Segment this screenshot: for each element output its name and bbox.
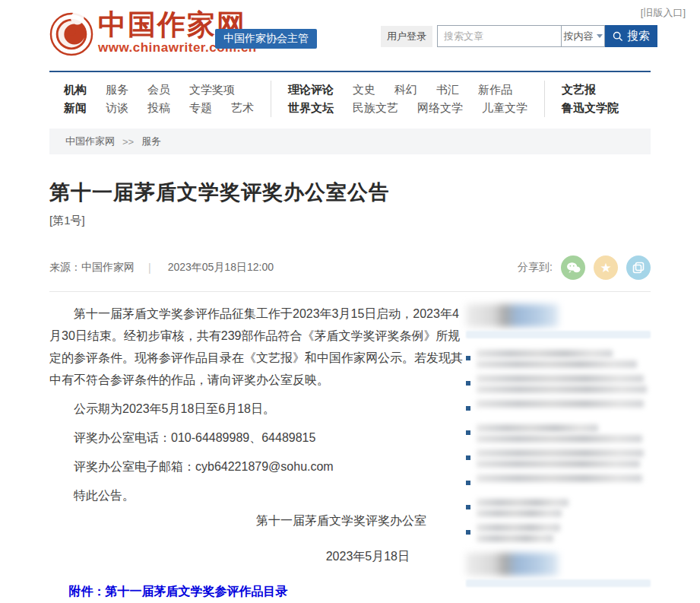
blurred-text-line bbox=[477, 524, 560, 532]
nav-item[interactable]: 访谈 bbox=[106, 99, 128, 117]
sidebar-item-blurred[interactable] bbox=[466, 474, 651, 492]
nav-item[interactable]: 书汇 bbox=[436, 81, 459, 99]
blurred-text-line bbox=[477, 360, 637, 368]
chevron-down-icon bbox=[597, 34, 603, 38]
nav-group-2: 文艺报鲁迅文学院 bbox=[544, 81, 635, 117]
blurred-text-line bbox=[477, 474, 642, 482]
search-bar: 用户登录 按内容 搜索 bbox=[381, 25, 657, 47]
page: 中国作家网 www.chinawriter.com.cn 中国作家协会主管 [旧… bbox=[0, 0, 700, 603]
nav-item[interactable]: 新作品 bbox=[478, 81, 512, 99]
nav-row: 世界文坛民族文艺网络文学儿童文学 bbox=[288, 99, 527, 117]
sidebar-item-blurred[interactable] bbox=[466, 449, 651, 468]
blurred-text-line bbox=[477, 499, 569, 506]
nav-item[interactable]: 投稿 bbox=[147, 99, 170, 117]
search-icon bbox=[613, 31, 623, 42]
search-button[interactable]: 搜索 bbox=[605, 25, 657, 47]
nav-item[interactable]: 机构 bbox=[64, 81, 87, 99]
nav-item[interactable]: 专题 bbox=[189, 99, 212, 117]
blurred-text-line bbox=[477, 460, 640, 468]
related-sidebar bbox=[466, 303, 651, 600]
breadcrumb-separator: >> bbox=[122, 136, 134, 148]
blurred-text-line bbox=[477, 535, 553, 542]
search-input[interactable] bbox=[437, 25, 561, 47]
nav-item[interactable]: 理论评论 bbox=[288, 81, 334, 99]
content-area: 第十一届茅盾文学奖参评作品征集工作于2023年3月15日启动，2023年4月30… bbox=[49, 303, 651, 600]
article-datetime: 2023年05月18日12:00 bbox=[168, 261, 274, 275]
nav-item[interactable]: 艺术 bbox=[231, 99, 254, 117]
share-bar: 分享到: ★ bbox=[518, 255, 651, 280]
main-nav: 机构服务会员文学奖项新闻访谈投稿专题艺术理论评论文史科幻书汇新作品世界文坛民族文… bbox=[49, 72, 651, 124]
article-sign-date: 2023年5月18日 bbox=[49, 549, 466, 565]
article-title: 第十一届茅盾文学奖评奖办公室公告 bbox=[49, 179, 651, 206]
nav-item[interactable]: 文学奖项 bbox=[189, 81, 235, 99]
user-login-button[interactable]: 用户登录 bbox=[381, 26, 432, 47]
blurred-text-line bbox=[477, 375, 644, 382]
breadcrumb-site[interactable]: 中国作家网 bbox=[65, 135, 115, 148]
blurred-text-line bbox=[477, 400, 644, 408]
article-paragraph: 第十一届茅盾文学奖参评作品征集工作于2023年3月15日启动，2023年4月30… bbox=[49, 303, 466, 391]
nav-item[interactable]: 新闻 bbox=[64, 99, 87, 117]
copy-share-button[interactable] bbox=[626, 255, 651, 280]
sidebar-item-blurred[interactable] bbox=[466, 400, 651, 417]
wechat-icon bbox=[566, 262, 581, 274]
site-header: 中国作家网 www.chinawriter.com.cn 中国作家协会主管 [旧… bbox=[49, 0, 651, 72]
sidebar-item-blurred[interactable] bbox=[466, 499, 651, 517]
nav-item[interactable]: 文艺报 bbox=[562, 81, 596, 99]
nav-group-0: 机构服务会员文学奖项新闻访谈投稿专题艺术 bbox=[49, 81, 271, 117]
search-button-label: 搜索 bbox=[627, 29, 650, 43]
nav-item[interactable]: 文史 bbox=[353, 81, 375, 99]
blurred-text-line bbox=[477, 350, 613, 357]
sidebar-item-blurred[interactable] bbox=[466, 375, 651, 393]
nav-row: 理论评论文史科幻书汇新作品 bbox=[288, 81, 527, 99]
nav-row: 文艺报 bbox=[562, 81, 619, 99]
breadcrumb: 中国作家网 >> 服务 bbox=[49, 129, 651, 154]
article-paragraph: 公示期为2023年5月18日至6月18日。 bbox=[49, 398, 466, 420]
sidebar-section-header-blurred bbox=[466, 553, 559, 576]
article-meta-row: 来源：中国作家网 | 2023年05月18日12:00 分享到: ★ bbox=[49, 255, 651, 292]
nav-group-1: 理论评论文史科幻书汇新作品世界文坛民族文艺网络文学儿童文学 bbox=[271, 81, 544, 117]
search-filter-select[interactable]: 按内容 bbox=[561, 25, 605, 47]
article-paragraph: 评奖办公室电子邮箱：cyb64221879@sohu.com bbox=[49, 455, 466, 478]
nav-row: 新闻访谈投稿专题艺术 bbox=[64, 99, 254, 117]
nav-item[interactable]: 会员 bbox=[147, 81, 170, 99]
sidebar-header-underline bbox=[466, 331, 651, 338]
nav-item[interactable]: 儿童文学 bbox=[482, 99, 527, 117]
meta-divider: | bbox=[148, 262, 151, 274]
nav-row: 鲁迅文学院 bbox=[562, 99, 619, 117]
nav-item[interactable]: 网络文学 bbox=[417, 99, 463, 117]
sidebar-item-blurred[interactable] bbox=[466, 424, 651, 443]
attachment-link[interactable]: 附件：第十一届茅盾文学奖参评作品目录 bbox=[49, 584, 466, 600]
nav-item[interactable]: 民族文艺 bbox=[353, 99, 398, 117]
article-signature: 第十一届茅盾文学奖评奖办公室 bbox=[49, 513, 466, 529]
sidebar-item-blurred[interactable] bbox=[466, 524, 651, 542]
sidebar-section-header-blurred bbox=[466, 304, 559, 327]
nav-item[interactable]: 科幻 bbox=[394, 81, 417, 99]
article-paragraph: 评奖办公室电话：010-64489989、64489815 bbox=[49, 427, 466, 449]
article-paragraph: 特此公告。 bbox=[49, 484, 466, 506]
breadcrumb-section[interactable]: 服务 bbox=[141, 135, 161, 148]
sidebar-footer-section bbox=[466, 553, 651, 587]
nav-row: 机构服务会员文学奖项 bbox=[64, 81, 254, 99]
article-body: 第十一届茅盾文学奖参评作品征集工作于2023年3月15日启动，2023年4月30… bbox=[49, 303, 466, 600]
nav-item[interactable]: 服务 bbox=[106, 81, 128, 99]
copy-icon bbox=[632, 262, 645, 274]
blurred-text-line bbox=[477, 449, 644, 457]
share-label: 分享到: bbox=[518, 261, 553, 275]
article-source: 来源：中国作家网 bbox=[49, 261, 135, 275]
sidebar-item-blurred[interactable] bbox=[466, 350, 651, 368]
nav-item[interactable]: 世界文坛 bbox=[288, 99, 334, 117]
nav-item[interactable]: 鲁迅文学院 bbox=[562, 99, 619, 117]
star-icon: ★ bbox=[600, 262, 611, 275]
blurred-text-line bbox=[477, 435, 642, 443]
search-filter-label: 按内容 bbox=[564, 30, 594, 43]
sidebar-list bbox=[466, 350, 651, 542]
sidebar-header-underline bbox=[466, 579, 651, 587]
old-version-link[interactable]: [旧版入口] bbox=[641, 6, 686, 20]
article-issue-number: [第1号] bbox=[49, 214, 651, 228]
blurred-text-line bbox=[477, 424, 598, 432]
blurred-text-line bbox=[477, 509, 562, 517]
star-share-button[interactable]: ★ bbox=[594, 255, 618, 280]
supervisor-badge: 中国作家协会主管 bbox=[215, 29, 317, 49]
blurred-text-line bbox=[477, 386, 647, 393]
wechat-share-button[interactable] bbox=[561, 255, 585, 280]
